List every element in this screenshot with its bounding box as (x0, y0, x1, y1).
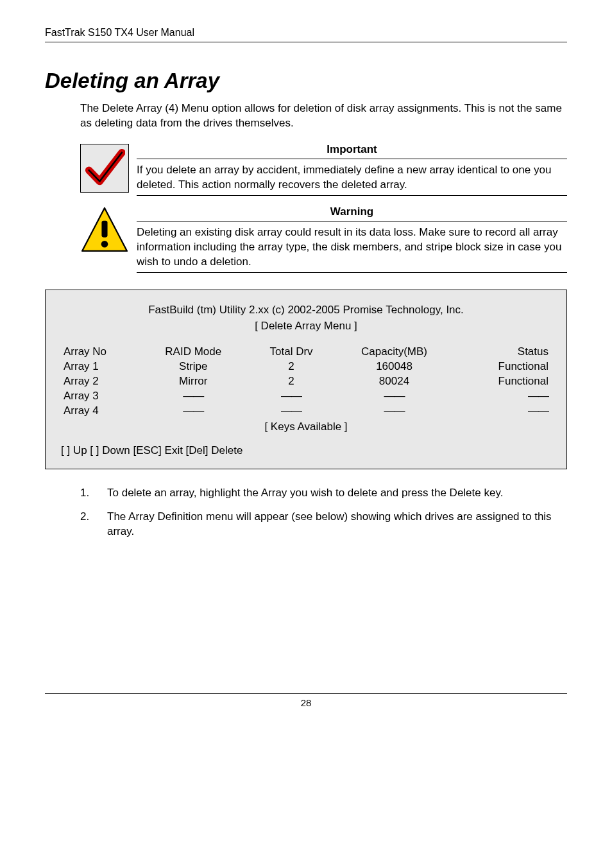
callout-body: Warning Deleting an existing disk array … (137, 205, 567, 273)
col-array: Array No (61, 345, 139, 360)
terminal-title: FastBuild (tm) Utility 2.xx (c) 2002-200… (61, 303, 551, 318)
step-item: The Array Definition menu will appear (s… (80, 510, 567, 539)
svg-rect-1 (101, 221, 107, 238)
steps-list: To delete an array, highlight the Array … (80, 486, 567, 539)
callout-title: Important (137, 143, 567, 159)
col-capacity: Capacity(MB) (336, 345, 453, 360)
terminal-box: FastBuild (tm) Utility 2.xx (c) 2002-200… (45, 290, 567, 469)
col-raidmode: RAID Mode (139, 345, 247, 360)
checkmark-icon (80, 144, 129, 193)
running-head: FastTrak S150 TX4 User Manual (45, 26, 567, 42)
col-status: Status (453, 345, 551, 360)
callout-warning: Warning Deleting an existing disk array … (80, 205, 567, 273)
terminal-table: Array No RAID Mode Total Drv Capacity(MB… (61, 345, 551, 419)
table-row: Array 4 —— —— —— —— (61, 404, 551, 419)
svg-point-2 (101, 241, 108, 248)
callout-icon-wrap (80, 143, 137, 196)
table-row: Array 3 —— —— —— —— (61, 389, 551, 404)
keys-line: [ ] Up [ ] Down [ESC] Exit [Del] Delete (61, 444, 551, 458)
terminal-subtitle: [ Delete Array Menu ] (61, 319, 551, 334)
page-footer: 28 (45, 693, 567, 709)
table-header-row: Array No RAID Mode Total Drv Capacity(MB… (61, 345, 551, 360)
page-number: 28 (301, 697, 312, 708)
callout-title: Warning (137, 205, 567, 221)
intro-paragraph: The Delete Array (4) Menu option allows … (80, 101, 567, 131)
callout-icon-wrap (80, 205, 137, 273)
table-row: Array 2 Mirror 2 80024 Functional (61, 374, 551, 389)
callout-text: Deleting an existing disk array could re… (137, 225, 567, 273)
callout-important: Important If you delete an array by acci… (80, 143, 567, 196)
callout-body: Important If you delete an array by acci… (137, 143, 567, 196)
col-totaldrv: Total Drv (247, 345, 336, 360)
warning-icon (80, 206, 129, 255)
step-item: To delete an array, highlight the Array … (80, 486, 567, 501)
table-row: Array 1 Stripe 2 160048 Functional (61, 360, 551, 374)
callout-text: If you delete an array by accident, imme… (137, 163, 567, 196)
keys-available-label: [ Keys Available ] (61, 420, 551, 435)
section-title: Deleting an Array (45, 67, 567, 96)
